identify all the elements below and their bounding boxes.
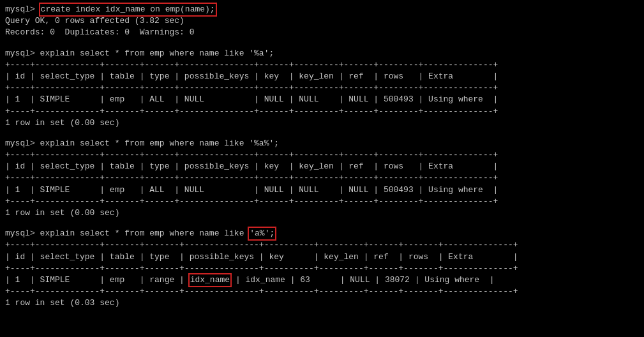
table2-row: | 1 | SIMPLE | emp | ALL | NULL | NULL |… [5,184,639,196]
table3-header: | id | select_type | table | type | poss… [5,251,639,263]
table2-info: 1 row in set (0.00 sec) [5,207,639,219]
table3-idxname-highlight: idx_name [190,274,230,286]
table2-border1: +----+-------------+-------+------+-----… [5,149,639,161]
table1-row: | 1 | SIMPLE | emp | ALL | NULL | NULL |… [5,94,639,105]
cmd4-prefix: mysql> explain select * from emp where n… [5,228,249,238]
cmd1-line: mysql> create index idx_name on emp(name… [5,4,639,15]
table2-border3: +----+-------------+-------+------+-----… [5,196,639,207]
blank1 [5,39,639,48]
table3-border1: +----+-------------+-------+-------+----… [5,239,639,251]
cmd4-highlight: 'a%'; [249,228,275,239]
table2-border2: +----+-------------+-------+------+-----… [5,172,639,184]
cmd1-highlight: create index idx_name on emp(name); [40,4,216,15]
table3-row: | 1 | SIMPLE | emp | range | idx_name | … [5,274,639,286]
table2-header: | id | select_type | table | type | poss… [5,161,639,172]
cmd1-result1: Query OK, 0 rows affected (3.82 sec) [5,15,639,27]
cmd1-prompt: mysql> [5,4,40,14]
cmd2-line: mysql> explain select * from emp where n… [5,48,639,59]
cmd3-line: mysql> explain select * from emp where n… [5,138,639,149]
table1-header: | id | select_type | table | type | poss… [5,71,639,82]
table1-info: 1 row in set (0.00 sec) [5,117,639,129]
table1-border3: +----+-------------+-------+------+-----… [5,106,639,117]
cmd4-line: mysql> explain select * from emp where n… [5,228,639,239]
table3-border3: +----+-------------+-------+-------+----… [5,286,639,297]
table3-border2: +----+-------------+-------+-------+----… [5,263,639,274]
cmd1-result2: Records: 0 Duplicates: 0 Warnings: 0 [5,27,639,38]
table3-row-suffix: | idx_name | 63 | NULL | 38072 | Using w… [230,275,494,285]
table3-info: 1 row in set (0.03 sec) [5,297,639,309]
table3-row-prefix: | 1 | SIMPLE | emp | range | [5,275,190,285]
blank3 [5,219,639,228]
blank2 [5,129,639,138]
table1-border1: +----+-------------+-------+------+-----… [5,59,639,71]
terminal: mysql> create index idx_name on emp(name… [5,4,639,310]
table1-border2: +----+-------------+-------+------+-----… [5,82,639,94]
